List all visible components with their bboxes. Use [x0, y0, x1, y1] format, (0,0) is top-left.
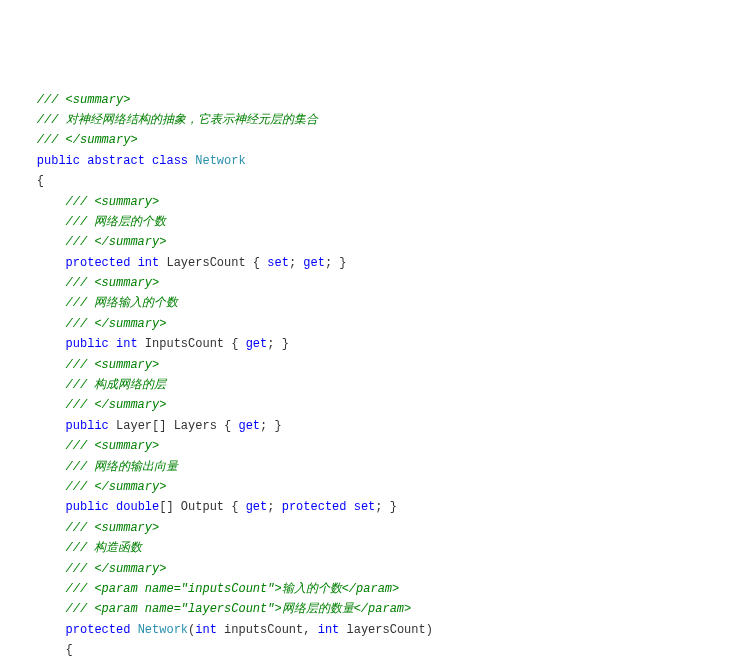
token-pl: ; [289, 256, 303, 270]
code-line: /// </summary> [8, 314, 721, 334]
code-line: /// </summary> [8, 130, 721, 150]
code-line: protected Network(int inputsCount, int l… [8, 620, 721, 640]
token-kw: get [238, 419, 260, 433]
code-line: /// </summary> [8, 232, 721, 252]
token-kw: set [354, 500, 376, 514]
token-kw: set [267, 256, 289, 270]
token-pl: { [37, 174, 44, 188]
code-line: /// 构造函数 [8, 538, 721, 558]
token-kw: get [246, 337, 268, 351]
token-pl [109, 337, 116, 351]
token-pl: [] Output { [159, 500, 245, 514]
token-pl: ; } [267, 337, 289, 351]
code-line: { [8, 171, 721, 191]
token-cm: /// </summary> [66, 235, 167, 249]
token-cm: /// <summary> [66, 358, 160, 372]
token-cm: /// <summary> [66, 276, 160, 290]
token-pl: ; } [260, 419, 282, 433]
code-line: /// <param name="inputsCount">输入的个数</par… [8, 579, 721, 599]
token-kw: get [246, 500, 268, 514]
token-ty: Network [138, 623, 188, 637]
token-pl: inputsCount, [217, 623, 318, 637]
token-kw: protected [282, 500, 347, 514]
token-kw: public [66, 337, 109, 351]
token-kw: protected [66, 623, 131, 637]
token-cm: /// <summary> [66, 439, 160, 453]
code-line: /// <summary> [8, 436, 721, 456]
token-kw: int [195, 623, 217, 637]
code-line: /// <param name="layersCount">网络层的数量</pa… [8, 599, 721, 619]
code-block: /// <summary> /// 对神经网络结构的抽象，它表示神经元层的集合 … [8, 90, 721, 661]
token-cm: /// <param name="layersCount">网络层的数量</pa… [66, 602, 412, 616]
token-kw: abstract [87, 154, 145, 168]
token-kw: int [116, 337, 138, 351]
token-pl: InputsCount { [138, 337, 246, 351]
code-line: public int InputsCount { get; } [8, 334, 721, 354]
code-line: /// <summary> [8, 518, 721, 538]
code-line: { [8, 640, 721, 660]
token-cm: /// 构成网络的层 [66, 378, 167, 392]
code-line: /// 网络的输出向量 [8, 457, 721, 477]
token-pl [347, 500, 354, 514]
token-kw: int [318, 623, 340, 637]
code-line: /// </summary> [8, 559, 721, 579]
token-ty: Network [195, 154, 245, 168]
code-line: /// </summary> [8, 477, 721, 497]
token-cm: /// 网络层的个数 [66, 215, 167, 229]
code-line: /// 网络层的个数 [8, 212, 721, 232]
code-line: /// <summary> [8, 90, 721, 110]
token-kw: get [303, 256, 325, 270]
token-cm: /// <param name="inputsCount">输入的个数</par… [66, 582, 400, 596]
code-line: /// 对神经网络结构的抽象，它表示神经元层的集合 [8, 110, 721, 130]
token-pl: ; [267, 500, 281, 514]
token-cm: /// 构造函数 [66, 541, 143, 555]
token-pl: Layer[] Layers { [109, 419, 239, 433]
token-pl [145, 154, 152, 168]
token-kw: public [37, 154, 80, 168]
token-pl: layersCount) [339, 623, 433, 637]
token-pl: { [66, 643, 73, 657]
token-pl [130, 623, 137, 637]
code-line: /// 构成网络的层 [8, 375, 721, 395]
token-pl: ; } [325, 256, 347, 270]
token-pl: LayersCount { [159, 256, 267, 270]
code-line: public Layer[] Layers { get; } [8, 416, 721, 436]
token-kw: public [66, 500, 109, 514]
token-cm: /// 网络的输出向量 [66, 460, 179, 474]
token-cm: /// 网络输入的个数 [66, 296, 179, 310]
token-kw: class [152, 154, 188, 168]
token-kw: protected [66, 256, 131, 270]
token-pl [109, 500, 116, 514]
code-line: public double[] Output { get; protected … [8, 497, 721, 517]
token-cm: /// <summary> [37, 93, 131, 107]
token-cm: /// <summary> [66, 521, 160, 535]
token-cm: /// </summary> [66, 398, 167, 412]
code-line: /// <summary> [8, 273, 721, 293]
code-line: /// <summary> [8, 192, 721, 212]
code-line: public abstract class Network [8, 151, 721, 171]
token-cm: /// </summary> [66, 562, 167, 576]
token-pl: ; } [375, 500, 397, 514]
code-line: /// 网络输入的个数 [8, 293, 721, 313]
token-cm: /// </summary> [37, 133, 138, 147]
code-line: /// </summary> [8, 395, 721, 415]
token-cm: /// 对神经网络结构的抽象，它表示神经元层的集合 [37, 113, 318, 127]
code-line: protected int LayersCount { set; get; } [8, 253, 721, 273]
code-line: /// <summary> [8, 355, 721, 375]
token-cm: /// </summary> [66, 480, 167, 494]
token-pl [130, 256, 137, 270]
token-kw: double [116, 500, 159, 514]
token-kw: public [66, 419, 109, 433]
token-cm: /// </summary> [66, 317, 167, 331]
token-cm: /// <summary> [66, 195, 160, 209]
token-kw: int [138, 256, 160, 270]
